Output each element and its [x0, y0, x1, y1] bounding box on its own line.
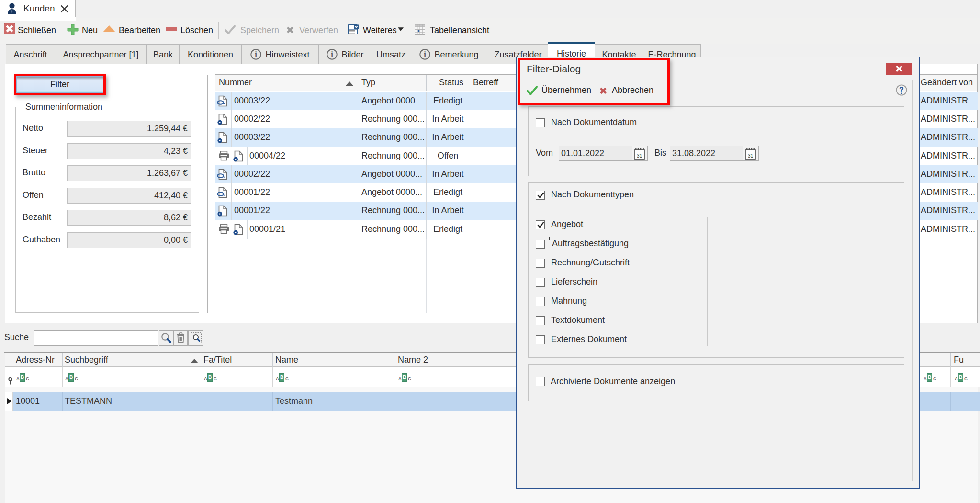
svg-text:31: 31	[748, 153, 754, 159]
svg-text:i: i	[255, 50, 258, 59]
svg-text:i: i	[331, 50, 334, 59]
svg-text:?: ?	[899, 86, 904, 94]
svg-text:i: i	[424, 50, 427, 59]
svg-text:31: 31	[637, 153, 642, 159]
